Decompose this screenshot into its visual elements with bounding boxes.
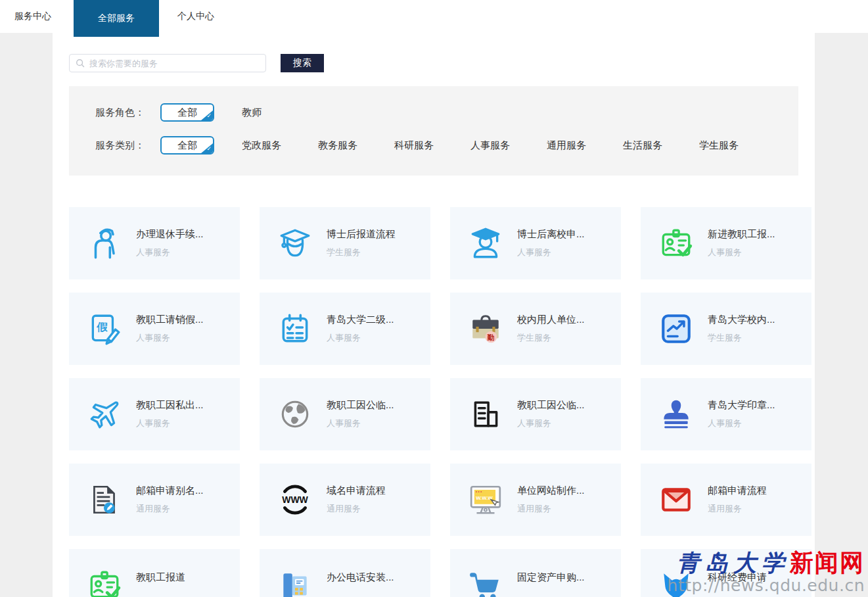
service-card-category	[327, 590, 394, 597]
envelope-icon	[658, 482, 694, 517]
service-card[interactable]: 科研经费申请	[641, 549, 811, 597]
service-card-category: 人事服务	[327, 418, 394, 429]
tab-service-center[interactable]: 服务中心	[0, 0, 66, 33]
filter-row-service-category: 服务类别：全部✓党政服务教务服务科研服务人事服务通用服务生活服务学生服务	[95, 136, 798, 155]
service-card-title: 教职工因公临...	[327, 399, 394, 412]
service-card-category: 人事服务	[708, 418, 775, 429]
service-card[interactable]: WWW 域名申请流程 通用服务	[260, 464, 430, 536]
service-card-title: 青岛大学印章...	[708, 399, 775, 412]
graduate-person-icon	[468, 226, 503, 261]
filter-option-service-category-2[interactable]: 科研服务	[394, 139, 434, 152]
service-card-title: 新进教职工报...	[708, 228, 775, 241]
filter-option-service-role-0[interactable]: 教师	[242, 107, 262, 119]
service-card-title: 邮箱申请别名...	[136, 485, 204, 497]
service-card[interactable]: 邮箱申请别名... 通用服务	[69, 464, 240, 536]
svg-text:WWW: WWW	[282, 494, 308, 505]
service-card[interactable]: 固定资产申购...	[450, 549, 621, 597]
service-card[interactable]: 教职工因私出... 人事服务	[69, 378, 240, 450]
service-card-category	[517, 590, 585, 597]
service-card[interactable]: 邮箱申请流程 通用服务	[641, 464, 811, 536]
service-card[interactable]: 勤 校内用人单位... 学生服务	[450, 293, 621, 365]
building-icon	[468, 396, 503, 432]
check-corner-icon: ✓	[201, 143, 213, 153]
service-card-title: 域名申请流程	[327, 485, 386, 497]
globe-icon	[277, 396, 313, 432]
service-card-title: 博士后离校申...	[517, 228, 585, 241]
filter-label-service-role: 服务角色：	[95, 107, 145, 119]
service-card-category: 通用服务	[708, 503, 767, 515]
service-card[interactable]: 新进教职工报... 人事服务	[641, 207, 811, 279]
service-card[interactable]: 青岛大学二级... 人事服务	[260, 293, 430, 365]
service-card-title: 校内用人单位...	[517, 314, 585, 326]
service-card[interactable]: 青岛大学印章... 人事服务	[641, 378, 811, 450]
search-row: 搜索	[69, 54, 798, 72]
filter-option-service-category-4[interactable]: 通用服务	[547, 139, 586, 152]
service-card[interactable]: W.W.W 单位网站制作... 通用服务	[450, 464, 621, 536]
search-input[interactable]	[89, 59, 260, 68]
service-card-title: 教职工因私出...	[136, 399, 204, 412]
search-icon	[76, 59, 85, 68]
filter-option-service-category-3[interactable]: 人事服务	[470, 139, 510, 152]
search-input-wrapper[interactable]	[69, 54, 266, 72]
service-card-title: 固定资产申购...	[517, 571, 585, 584]
filter-option-service-category-1[interactable]: 教务服务	[318, 139, 357, 152]
top-navbar: 服务中心全部服务个人中心	[0, 0, 868, 33]
service-card-category	[708, 590, 767, 597]
service-card[interactable]: 教职工因公临... 人事服务	[260, 378, 430, 450]
schedule-checklist-icon	[277, 311, 313, 346]
service-card-category: 人事服务	[517, 247, 585, 258]
filter-option-service-category-0[interactable]: 党政服务	[242, 139, 281, 152]
service-card-category: 学生服务	[708, 332, 775, 344]
filter-option-service-category-6[interactable]: 学生服务	[699, 139, 739, 152]
service-card[interactable]: 青岛大学校内... 学生服务	[641, 293, 811, 365]
service-card-category: 人事服务	[327, 332, 394, 344]
website-monitor-icon: W.W.W	[468, 482, 503, 517]
filter-row-service-role: 服务角色：全部✓教师	[95, 103, 798, 122]
leave-form-icon: 假	[87, 311, 122, 346]
filter-option-service-category-5[interactable]: 生活服务	[623, 139, 662, 152]
service-card-category: 通用服务	[327, 503, 386, 515]
service-card-category	[136, 590, 185, 597]
check-corner-icon: ✓	[201, 110, 213, 120]
service-card-category: 人事服务	[136, 418, 204, 429]
service-card-category: 人事服务	[136, 332, 204, 344]
service-card-title: 教职工因公临...	[517, 399, 585, 412]
service-card-title: 办理退休手续...	[136, 228, 204, 241]
airplane-icon	[87, 396, 122, 432]
service-card-category: 人事服务	[517, 418, 585, 429]
service-card-title: 博士后报道流程	[327, 228, 396, 241]
tab-all-services[interactable]: 全部服务	[74, 0, 159, 37]
id-badge-check-icon	[658, 226, 694, 261]
filter-box: 服务角色：全部✓教师服务类别：全部✓党政服务教务服务科研服务人事服务通用服务生活…	[69, 86, 798, 176]
service-card-category: 学生服务	[327, 247, 396, 258]
service-card[interactable]: 教职工因公临... 人事服务	[450, 378, 621, 450]
briefcase-badge-icon: 勤	[468, 311, 503, 346]
phone-icon	[277, 567, 313, 597]
elderly-person-icon	[87, 226, 122, 261]
service-card-title: 教职工报道	[136, 571, 185, 584]
id-badge-check-icon	[87, 567, 122, 597]
service-card[interactable]: 博士后离校申... 人事服务	[450, 207, 621, 279]
search-button[interactable]: 搜索	[281, 54, 324, 72]
svg-text:W.W.W: W.W.W	[476, 495, 493, 501]
service-card[interactable]: 办公电话安装...	[260, 549, 430, 597]
trend-chart-icon	[658, 311, 694, 346]
service-card-title: 青岛大学二级...	[327, 314, 394, 326]
service-card[interactable]: 教职工报道	[69, 549, 240, 597]
service-card-title: 青岛大学校内...	[708, 314, 775, 326]
service-card[interactable]: 博士后报道流程 学生服务	[260, 207, 430, 279]
service-card[interactable]: 假 教职工请销假... 人事服务	[69, 293, 240, 365]
graduate-cap-icon	[277, 226, 313, 261]
service-card[interactable]: 办理退休手续... 人事服务	[69, 207, 240, 279]
www-icon: WWW	[277, 482, 313, 517]
filter-selected-chip-service-role[interactable]: 全部✓	[160, 103, 214, 122]
research-icon	[658, 567, 694, 597]
filter-selected-chip-service-category[interactable]: 全部✓	[160, 136, 214, 155]
service-card-category: 人事服务	[136, 247, 204, 258]
service-card-category: 通用服务	[517, 503, 585, 515]
service-card-title: 办公电话安装...	[327, 571, 394, 584]
service-card-title: 科研经费申请	[708, 571, 767, 584]
service-grid: 办理退休手续... 人事服务 博士后报道流程 学生服务 博士后离校申... 人事…	[69, 207, 798, 597]
service-card-category: 学生服务	[517, 332, 585, 344]
tab-personal-center[interactable]: 个人中心	[163, 0, 229, 33]
